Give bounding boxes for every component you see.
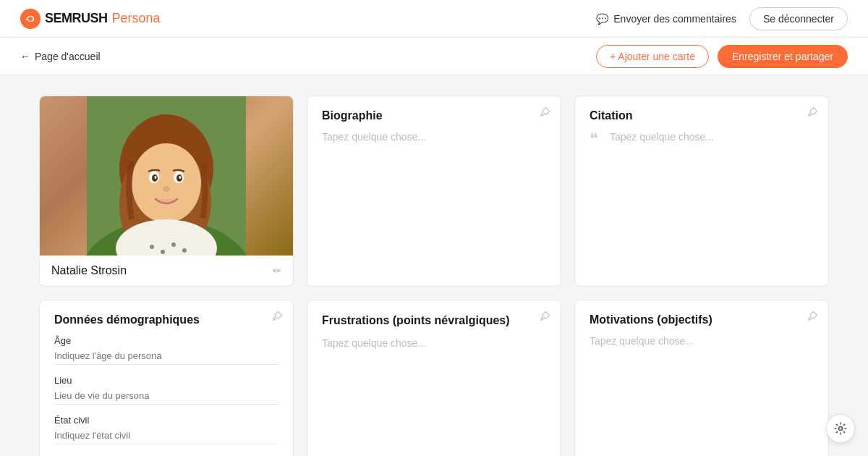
save-share-button[interactable]: Enregistrer et partager xyxy=(718,45,848,68)
profile-image-svg xyxy=(40,96,293,256)
profile-edit-icon[interactable]: ✏ xyxy=(273,265,281,276)
citation-title: Citation xyxy=(590,109,814,122)
profile-card: Natalie Strosin ✏ xyxy=(39,96,294,287)
donnees-demo-pin-icon[interactable] xyxy=(271,311,283,325)
donnees-demo-card: Données démographiques Âge Lieu État civ… xyxy=(39,300,294,456)
logo-semrush-text: SEMRUSH xyxy=(45,11,108,26)
citation-pin-icon[interactable] xyxy=(807,106,818,121)
svg-point-1 xyxy=(28,17,33,21)
comment-link[interactable]: 💬 Envoyer des commentaires xyxy=(596,13,736,25)
citation-placeholder[interactable]: Tapez quelque chose... xyxy=(610,131,714,143)
demo-input-etat[interactable] xyxy=(54,430,278,444)
subheader-actions: + Ajouter une carte Enregistrer et parta… xyxy=(596,45,848,68)
demo-field-etat: État civil xyxy=(54,415,278,444)
frustrations-pin-icon[interactable] xyxy=(539,311,550,325)
motivations-pin-icon[interactable] xyxy=(807,311,818,325)
frustrations-placeholder[interactable]: Tapez quelque chose... xyxy=(322,337,546,349)
demo-label-age: Âge xyxy=(54,335,278,346)
biographie-placeholder[interactable]: Tapez quelque chose... xyxy=(322,131,546,143)
back-arrow-icon: ← xyxy=(20,51,30,62)
svg-point-13 xyxy=(155,176,157,179)
demo-label-lieu: Lieu xyxy=(54,375,278,386)
header-right: 💬 Envoyer des commentaires Se déconnecte… xyxy=(596,7,848,30)
svg-point-20 xyxy=(182,248,187,253)
biographie-pin-icon[interactable] xyxy=(539,106,550,121)
comment-link-label: Envoyer des commentaires xyxy=(613,13,736,25)
profile-name: Natalie Strosin xyxy=(51,264,127,277)
svg-point-14 xyxy=(179,176,182,179)
biographie-card: Biographie Tapez quelque chose... xyxy=(307,96,561,287)
quote-icon: ❝ xyxy=(590,131,598,147)
add-card-button[interactable]: + Ajouter une carte xyxy=(596,45,709,68)
svg-point-19 xyxy=(171,242,176,247)
demo-input-lieu[interactable] xyxy=(54,390,278,405)
frustrations-title: Frustrations (points névralgiques) xyxy=(322,313,546,329)
svg-point-17 xyxy=(150,245,154,249)
logo: SEMRUSH Persona xyxy=(20,9,161,29)
motivations-card: Motivations (objectifs) Tapez quelque ch… xyxy=(574,300,829,456)
main-grid: Natalie Strosin ✏ Biographie Tapez quelq… xyxy=(22,75,846,456)
deconnect-button[interactable]: Se déconnecter xyxy=(749,7,848,30)
svg-point-15 xyxy=(163,186,170,192)
subheader: ← Page d'accueil + Ajouter une carte Enr… xyxy=(0,38,868,75)
motivations-title: Motivations (objectifs) xyxy=(590,313,814,326)
svg-point-8 xyxy=(132,143,201,223)
svg-point-18 xyxy=(161,250,165,254)
chat-icon: 💬 xyxy=(596,13,608,25)
citation-card: Citation ❝ Tapez quelque chose... xyxy=(574,96,829,287)
profile-bottom: Natalie Strosin ✏ xyxy=(40,256,293,286)
citation-content: ❝ Tapez quelque chose... xyxy=(590,131,814,147)
demo-field-lieu: Lieu xyxy=(54,375,278,405)
settings-icon xyxy=(833,421,848,436)
motivations-placeholder[interactable]: Tapez quelque chose... xyxy=(590,335,814,347)
donnees-demo-title: Données démographiques xyxy=(54,313,278,326)
demo-field-age: Âge xyxy=(54,335,278,365)
settings-button[interactable] xyxy=(826,414,855,443)
profile-image xyxy=(40,96,293,256)
logo-persona-text: Persona xyxy=(112,11,161,26)
back-link[interactable]: ← Page d'accueil xyxy=(20,51,101,62)
frustrations-card: Frustrations (points névralgiques) Tapez… xyxy=(307,300,561,456)
biographie-title: Biographie xyxy=(322,109,546,122)
header: SEMRUSH Persona 💬 Envoyer des commentair… xyxy=(0,0,868,38)
demo-label-etat: État civil xyxy=(54,415,278,426)
back-link-label: Page d'accueil xyxy=(35,51,101,62)
svg-point-29 xyxy=(839,427,843,431)
semrush-logo-icon xyxy=(20,9,41,29)
demo-input-age[interactable] xyxy=(54,350,278,365)
